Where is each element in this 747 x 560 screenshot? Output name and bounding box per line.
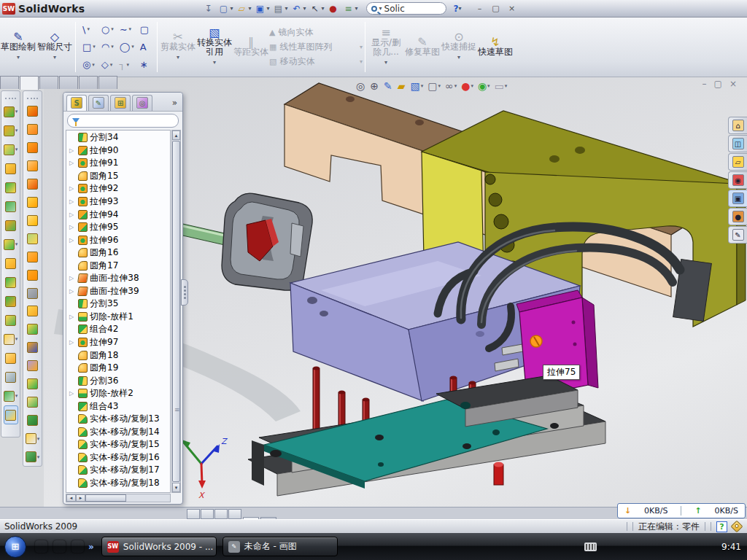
file-explorer-tab[interactable]: ▱ (728, 153, 747, 171)
scene-icon[interactable]: ◉ ▾ (478, 80, 490, 92)
display-delete-relations-button[interactable]: ≡ 显示/删除几... ▾ (368, 18, 404, 77)
tree-item[interactable]: ▷ 拉伸91 (66, 157, 170, 170)
propertymanager-tab[interactable]: ✎ (88, 95, 109, 111)
split-icon[interactable] (5, 273, 17, 292)
fillet-icon[interactable]: ▾ (4, 140, 18, 159)
warning-icon[interactable] (674, 541, 685, 552)
instant3d-icon[interactable] (4, 405, 18, 424)
next-tab-button[interactable] (214, 509, 228, 519)
polygon-tool[interactable]: ◇▾ (98, 56, 117, 74)
scroll-thumb[interactable] (85, 494, 126, 502)
prev-tab-button[interactable] (201, 509, 214, 519)
task-paint[interactable]: ✎ 未命名 - 画图 (222, 537, 338, 556)
design-library-tab[interactable]: ◫ (728, 135, 747, 152)
scroll-down-button[interactable]: ▾ (172, 483, 180, 492)
camera-icon[interactable]: ▭ ▾ (495, 80, 508, 92)
quick-snaps-button[interactable]: ⊙ 快速捕捉 ▾ (441, 18, 477, 77)
solidworks-icon[interactable] (71, 540, 84, 553)
ribbon-tab[interactable] (59, 76, 78, 89)
tree-item[interactable]: ▷ 拉伸97 (66, 336, 170, 349)
move-entities[interactable]: ▧ 移动实体 ▾ (269, 55, 363, 68)
network-icon[interactable] (703, 541, 714, 552)
messenger-icon[interactable] (35, 540, 47, 553)
undo-icon[interactable]: ↶ ▾ (290, 2, 309, 15)
view-orientation-icon[interactable]: ▧ ▾ (410, 80, 423, 92)
tree-item[interactable]: ▷ 切除-放样2 (66, 387, 170, 400)
tree-item[interactable]: ▷ 曲面-拉伸38 (66, 272, 170, 285)
expand-icon[interactable]: ▷ (69, 288, 76, 295)
filled-surface-icon[interactable] (27, 175, 39, 193)
hide-show-icon[interactable]: ∞ ▾ (445, 80, 457, 92)
ribbon-tab[interactable] (20, 76, 39, 90)
new-file-icon[interactable]: ▢ ▾ (217, 2, 235, 15)
tree-item[interactable]: 圆角18 (66, 349, 170, 362)
linear-sketch-pattern[interactable]: ▦ 线性草图阵列 ▾ (269, 41, 363, 53)
rib-icon[interactable] (5, 159, 17, 178)
tree-item[interactable]: ▷ 拉伸93 (66, 195, 170, 209)
ribbon-tab[interactable] (79, 76, 98, 89)
rectangle-tool[interactable]: □▾ (80, 38, 98, 55)
expand-icon[interactable]: ▷ (69, 339, 76, 346)
trim-surface-icon[interactable] (27, 357, 39, 375)
rapid-sketch-button[interactable]: ↯ 快速草图 (477, 18, 514, 77)
curve-icon[interactable]: ▾ (4, 386, 18, 405)
delete-face-icon[interactable] (27, 284, 39, 303)
expand-icon[interactable]: ▷ (69, 147, 76, 154)
tree-item[interactable]: 实体-移动/复制15 (66, 438, 170, 451)
extruded-surface-icon[interactable] (27, 139, 39, 157)
home-tab[interactable]: ⌂ (728, 117, 747, 134)
selection-box-tool[interactable]: ▢ (137, 20, 153, 38)
expand-icon[interactable]: ▷ (69, 198, 76, 205)
mirror-entities[interactable]: ▲ 镜向实体 (269, 26, 363, 39)
ribbon-tab[interactable] (98, 76, 117, 89)
tree-item[interactable]: ▷ 拉伸94 (66, 208, 170, 221)
tree-item[interactable]: 圆角17 (66, 259, 170, 272)
doc-restore-button[interactable]: ▢ (714, 79, 722, 89)
tree-item[interactable]: 分割34 (66, 131, 170, 144)
text-tool[interactable]: A (137, 38, 153, 55)
tree-filter-box[interactable] (67, 114, 179, 128)
doc-minimize-button[interactable]: – (703, 79, 707, 89)
point-icon[interactable]: ▾ (4, 330, 18, 349)
scroll-left-button[interactable]: ◂ (66, 494, 76, 502)
tree-item[interactable]: 组合42 (66, 323, 170, 336)
quick-launch-chevron[interactable]: » (88, 542, 94, 552)
filter-input[interactable] (83, 117, 187, 125)
ellipse-tool[interactable]: ◯▾ (117, 38, 137, 55)
tree-item[interactable]: ▷ 拉伸92 (66, 182, 170, 195)
scroll-thumb[interactable] (172, 141, 180, 482)
ribbon-tab[interactable] (39, 76, 58, 89)
status-help-button[interactable]: ? (716, 521, 727, 532)
elbow-surface-icon[interactable] (27, 266, 39, 284)
power-icon[interactable] (616, 541, 627, 552)
volume-icon[interactable] (645, 541, 656, 552)
help-caret-icon[interactable]: ▾ (459, 5, 462, 12)
scroll-up-button[interactable]: ▴ (172, 131, 180, 140)
search-caret-icon[interactable]: ▾ (379, 5, 382, 12)
custom-properties-tab[interactable]: ✎ (728, 226, 747, 244)
options-icon[interactable]: ≡ ▾ (342, 2, 360, 15)
ribbon-tab[interactable] (0, 76, 19, 89)
hole-wizard-icon[interactable] (5, 216, 17, 235)
tree-item[interactable]: 圆角15 (66, 170, 170, 183)
pin-icon[interactable]: ↧ (201, 2, 217, 15)
close-button[interactable]: × (506, 4, 518, 13)
repair-sketch-button[interactable]: ✎ 修复草图 (404, 18, 441, 77)
pattern-icon[interactable]: ▾ (4, 235, 18, 254)
display-style-icon[interactable]: ▢ ▾ (427, 80, 441, 92)
tree-vertical-scrollbar[interactable]: ▴ ▾ (171, 130, 181, 493)
sketch-fillet-tool[interactable]: ┐▾ (117, 56, 137, 74)
mirror-icon[interactable] (5, 254, 17, 273)
spline-icon[interactable]: ▾ (26, 448, 40, 466)
expand-icon[interactable]: ▷ (69, 390, 76, 397)
antivirus-icon[interactable] (601, 541, 612, 552)
open-file-icon[interactable]: ▱ ▾ (235, 2, 253, 15)
tree-horizontal-scrollbar[interactable]: ◂ ▸ (66, 494, 171, 502)
expand-icon[interactable]: ▷ (69, 211, 76, 218)
axis-icon[interactable] (5, 368, 17, 386)
featuremanager-tab[interactable]: S (66, 95, 87, 111)
extend-surface-icon[interactable] (27, 338, 39, 357)
save-icon[interactable]: ▣ ▾ (253, 2, 271, 15)
shield-plus-icon[interactable] (689, 541, 700, 552)
planar-surface-icon[interactable] (27, 193, 39, 211)
